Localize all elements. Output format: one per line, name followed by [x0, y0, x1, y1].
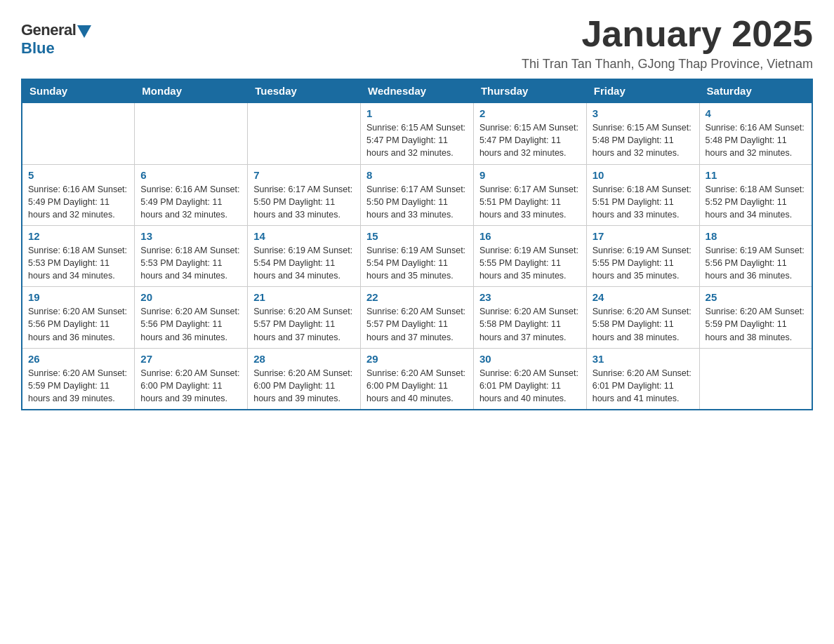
day-info: Sunrise: 6:19 AM Sunset: 5:54 PM Dayligh… — [253, 244, 355, 282]
calendar-cell: 13Sunrise: 6:18 AM Sunset: 5:53 PM Dayli… — [135, 225, 248, 286]
day-number: 27 — [140, 353, 241, 365]
day-number: 29 — [366, 353, 468, 365]
subtitle: Thi Tran Tan Thanh, GJong Thap Province,… — [522, 57, 813, 72]
calendar-cell: 4Sunrise: 6:16 AM Sunset: 5:48 PM Daylig… — [699, 103, 812, 164]
day-number: 17 — [593, 230, 694, 242]
day-number: 31 — [593, 353, 694, 365]
day-info: Sunrise: 6:16 AM Sunset: 5:49 PM Dayligh… — [28, 183, 128, 221]
calendar-cell: 20Sunrise: 6:20 AM Sunset: 5:56 PM Dayli… — [135, 287, 248, 348]
day-number: 8 — [366, 169, 468, 181]
day-info: Sunrise: 6:18 AM Sunset: 5:52 PM Dayligh… — [706, 183, 806, 221]
day-info: Sunrise: 6:19 AM Sunset: 5:54 PM Dayligh… — [366, 244, 468, 282]
day-number: 22 — [366, 291, 468, 303]
calendar-cell: 18Sunrise: 6:19 AM Sunset: 5:56 PM Dayli… — [699, 225, 812, 286]
calendar-cell: 31Sunrise: 6:20 AM Sunset: 6:01 PM Dayli… — [586, 348, 699, 410]
calendar-cell: 12Sunrise: 6:18 AM Sunset: 5:53 PM Dayli… — [22, 225, 135, 286]
day-info: Sunrise: 6:18 AM Sunset: 5:53 PM Dayligh… — [140, 244, 241, 282]
day-number: 11 — [706, 169, 806, 181]
day-info: Sunrise: 6:15 AM Sunset: 5:47 PM Dayligh… — [479, 121, 581, 159]
calendar-table: SundayMondayTuesdayWednesdayThursdayFrid… — [21, 79, 813, 410]
day-number: 6 — [140, 169, 241, 181]
day-info: Sunrise: 6:20 AM Sunset: 5:58 PM Dayligh… — [479, 305, 581, 343]
calendar-cell — [699, 348, 812, 410]
calendar-header-row: SundayMondayTuesdayWednesdayThursdayFrid… — [22, 79, 812, 103]
logo-general-text: General — [21, 21, 76, 39]
day-number: 10 — [593, 169, 694, 181]
day-info: Sunrise: 6:16 AM Sunset: 5:49 PM Dayligh… — [140, 183, 241, 221]
day-number: 14 — [253, 230, 355, 242]
day-number: 25 — [706, 291, 806, 303]
day-number: 3 — [593, 107, 694, 119]
day-info: Sunrise: 6:15 AM Sunset: 5:48 PM Dayligh… — [593, 121, 694, 159]
day-number: 2 — [479, 107, 581, 119]
day-number: 12 — [28, 230, 128, 242]
calendar-cell: 25Sunrise: 6:20 AM Sunset: 5:59 PM Dayli… — [699, 287, 812, 348]
day-number: 4 — [706, 107, 806, 119]
calendar-cell: 30Sunrise: 6:20 AM Sunset: 6:01 PM Dayli… — [473, 348, 586, 410]
day-info: Sunrise: 6:17 AM Sunset: 5:50 PM Dayligh… — [366, 183, 468, 221]
logo: General Blue — [21, 14, 91, 58]
day-info: Sunrise: 6:15 AM Sunset: 5:47 PM Dayligh… — [366, 121, 468, 159]
title-section: January 2025 Thi Tran Tan Thanh, GJong T… — [522, 14, 813, 72]
day-info: Sunrise: 6:20 AM Sunset: 5:56 PM Dayligh… — [140, 305, 241, 343]
day-info: Sunrise: 6:20 AM Sunset: 6:01 PM Dayligh… — [479, 367, 581, 405]
day-number: 20 — [140, 291, 241, 303]
day-info: Sunrise: 6:20 AM Sunset: 6:00 PM Dayligh… — [366, 367, 468, 405]
calendar-cell — [135, 103, 248, 164]
page-header: General Blue January 2025 Thi Tran Tan T… — [21, 14, 813, 72]
day-info: Sunrise: 6:19 AM Sunset: 5:55 PM Dayligh… — [593, 244, 694, 282]
day-number: 19 — [28, 291, 128, 303]
day-number: 7 — [253, 169, 355, 181]
calendar-header-sunday: Sunday — [22, 79, 135, 103]
day-number: 13 — [140, 230, 241, 242]
day-info: Sunrise: 6:20 AM Sunset: 6:00 PM Dayligh… — [140, 367, 241, 405]
calendar-header-friday: Friday — [586, 79, 699, 103]
calendar-cell — [22, 103, 135, 164]
calendar-cell: 24Sunrise: 6:20 AM Sunset: 5:58 PM Dayli… — [586, 287, 699, 348]
day-info: Sunrise: 6:20 AM Sunset: 6:00 PM Dayligh… — [253, 367, 355, 405]
day-info: Sunrise: 6:20 AM Sunset: 5:59 PM Dayligh… — [706, 305, 806, 343]
calendar-cell: 3Sunrise: 6:15 AM Sunset: 5:48 PM Daylig… — [586, 103, 699, 164]
day-info: Sunrise: 6:18 AM Sunset: 5:53 PM Dayligh… — [28, 244, 128, 282]
calendar-cell: 21Sunrise: 6:20 AM Sunset: 5:57 PM Dayli… — [248, 287, 361, 348]
day-number: 1 — [366, 107, 468, 119]
day-number: 24 — [593, 291, 694, 303]
calendar-cell: 28Sunrise: 6:20 AM Sunset: 6:00 PM Dayli… — [248, 348, 361, 410]
calendar-cell: 10Sunrise: 6:18 AM Sunset: 5:51 PM Dayli… — [586, 164, 699, 225]
logo-blue-text: Blue — [21, 39, 55, 58]
calendar-header-thursday: Thursday — [473, 79, 586, 103]
day-info: Sunrise: 6:20 AM Sunset: 5:57 PM Dayligh… — [253, 305, 355, 343]
day-info: Sunrise: 6:20 AM Sunset: 5:56 PM Dayligh… — [28, 305, 128, 343]
day-info: Sunrise: 6:20 AM Sunset: 5:58 PM Dayligh… — [593, 305, 694, 343]
calendar-cell: 15Sunrise: 6:19 AM Sunset: 5:54 PM Dayli… — [361, 225, 474, 286]
day-info: Sunrise: 6:20 AM Sunset: 6:01 PM Dayligh… — [593, 367, 694, 405]
calendar-week-row: 1Sunrise: 6:15 AM Sunset: 5:47 PM Daylig… — [22, 103, 812, 164]
calendar-cell: 2Sunrise: 6:15 AM Sunset: 5:47 PM Daylig… — [473, 103, 586, 164]
calendar-header-monday: Monday — [135, 79, 248, 103]
calendar-header-wednesday: Wednesday — [361, 79, 474, 103]
logo-triangle-icon — [77, 25, 91, 38]
day-number: 18 — [706, 230, 806, 242]
calendar-week-row: 19Sunrise: 6:20 AM Sunset: 5:56 PM Dayli… — [22, 287, 812, 348]
calendar-cell: 11Sunrise: 6:18 AM Sunset: 5:52 PM Dayli… — [699, 164, 812, 225]
calendar-cell: 9Sunrise: 6:17 AM Sunset: 5:51 PM Daylig… — [473, 164, 586, 225]
calendar-cell: 26Sunrise: 6:20 AM Sunset: 5:59 PM Dayli… — [22, 348, 135, 410]
calendar-cell: 23Sunrise: 6:20 AM Sunset: 5:58 PM Dayli… — [473, 287, 586, 348]
main-title: January 2025 — [522, 14, 813, 54]
day-number: 15 — [366, 230, 468, 242]
day-info: Sunrise: 6:19 AM Sunset: 5:55 PM Dayligh… — [479, 244, 581, 282]
day-number: 9 — [479, 169, 581, 181]
calendar-cell: 17Sunrise: 6:19 AM Sunset: 5:55 PM Dayli… — [586, 225, 699, 286]
day-number: 26 — [28, 353, 128, 365]
calendar-week-row: 5Sunrise: 6:16 AM Sunset: 5:49 PM Daylig… — [22, 164, 812, 225]
day-info: Sunrise: 6:20 AM Sunset: 5:59 PM Dayligh… — [28, 367, 128, 405]
calendar-cell — [248, 103, 361, 164]
calendar-cell: 7Sunrise: 6:17 AM Sunset: 5:50 PM Daylig… — [248, 164, 361, 225]
calendar-cell: 19Sunrise: 6:20 AM Sunset: 5:56 PM Dayli… — [22, 287, 135, 348]
day-info: Sunrise: 6:18 AM Sunset: 5:51 PM Dayligh… — [593, 183, 694, 221]
calendar-cell: 14Sunrise: 6:19 AM Sunset: 5:54 PM Dayli… — [248, 225, 361, 286]
day-info: Sunrise: 6:17 AM Sunset: 5:50 PM Dayligh… — [253, 183, 355, 221]
day-number: 30 — [479, 353, 581, 365]
day-number: 21 — [253, 291, 355, 303]
day-number: 16 — [479, 230, 581, 242]
